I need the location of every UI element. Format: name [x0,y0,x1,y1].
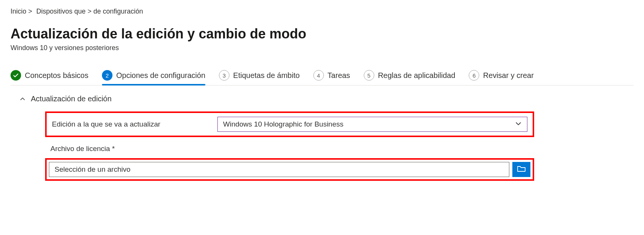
step-number-icon: 2 [102,70,112,81]
edition-dropdown-value: Windows 10 Holographic for Business [223,120,343,128]
wizard-step-scope-tags[interactable]: 3 Etiquetas de ámbito [219,70,300,85]
wizard-step-label: Reglas de aplicabilidad [378,71,456,80]
section-title: Actualización de edición [31,95,112,103]
license-file-placeholder: Selección de un archivo [55,165,131,174]
breadcrumb-item[interactable]: Inicio > [11,8,32,15]
wizard-step-label: Conceptos básicos [25,71,88,80]
chevron-up-icon [20,96,26,102]
edition-field-highlight: Edición a la que se va a actualizar Wind… [45,111,534,137]
license-file-input[interactable]: Selección de un archivo [49,162,509,177]
section-header[interactable]: Actualización de edición [20,95,633,103]
edition-dropdown[interactable]: Windows 10 Holographic for Business [217,117,527,132]
license-file-highlight: Selección de un archivo [45,158,534,181]
section-edition-upgrade: Actualización de edición Edición a la qu… [11,95,633,181]
wizard-step-label: Etiquetas de ámbito [233,71,300,80]
page-subtitle: Windows 10 y versiones posteriores [11,44,633,52]
step-number-icon: 6 [469,70,479,81]
wizard-step-label: Tareas [328,71,350,80]
wizard-steps: Conceptos básicos 2 Opciones de configur… [11,70,633,85]
wizard-step-label: Revisar y crear [483,71,533,80]
folder-icon [517,165,526,174]
wizard-step-label: Opciones de configuración [116,71,205,80]
wizard-step-configuration[interactable]: 2 Opciones de configuración [102,70,205,85]
edition-field-label: Edición a la que se va a actualizar [52,120,217,128]
license-file-label: Archivo de licencia * [50,145,633,153]
wizard-step-basics[interactable]: Conceptos básicos [11,70,88,85]
browse-file-button[interactable] [512,162,530,177]
chevron-down-icon [515,120,522,129]
wizard-step-applicability[interactable]: 5 Reglas de aplicabilidad [364,70,456,85]
page-title: Actualización de la edición y cambio de … [11,26,633,42]
wizard-step-review[interactable]: 6 Revisar y crear [469,70,533,85]
breadcrumb-item[interactable]: Dispositivos que > de configuración [36,8,143,15]
breadcrumb: Inicio > Dispositivos que > de configura… [11,8,633,15]
step-number-icon: 3 [219,70,229,81]
step-number-icon: 4 [313,70,324,81]
step-number-icon: 5 [364,70,374,81]
checkmark-icon [11,70,21,81]
wizard-step-assignments[interactable]: 4 Tareas [313,70,350,85]
